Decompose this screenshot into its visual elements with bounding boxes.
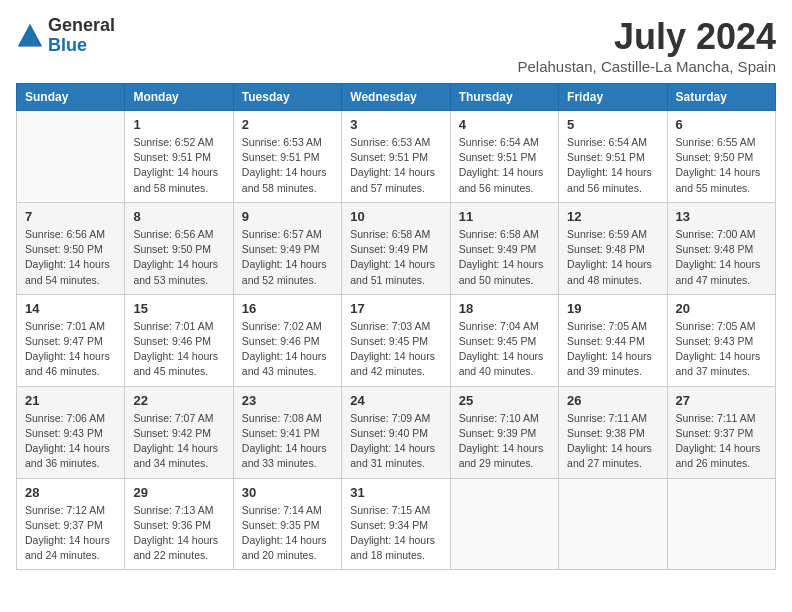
weekday-header-wednesday: Wednesday (342, 84, 450, 111)
day-number: 1 (133, 117, 224, 132)
calendar-cell: 15Sunrise: 7:01 AMSunset: 9:46 PMDayligh… (125, 294, 233, 386)
logo-text: General Blue (48, 16, 115, 56)
day-info: Sunrise: 7:02 AMSunset: 9:46 PMDaylight:… (242, 319, 333, 380)
day-number: 28 (25, 485, 116, 500)
calendar-cell: 7Sunrise: 6:56 AMSunset: 9:50 PMDaylight… (17, 202, 125, 294)
day-info: Sunrise: 7:10 AMSunset: 9:39 PMDaylight:… (459, 411, 550, 472)
calendar-cell: 16Sunrise: 7:02 AMSunset: 9:46 PMDayligh… (233, 294, 341, 386)
day-info: Sunrise: 7:01 AMSunset: 9:47 PMDaylight:… (25, 319, 116, 380)
day-info: Sunrise: 6:53 AMSunset: 9:51 PMDaylight:… (350, 135, 441, 196)
calendar-cell: 30Sunrise: 7:14 AMSunset: 9:35 PMDayligh… (233, 478, 341, 570)
day-number: 25 (459, 393, 550, 408)
calendar-cell: 13Sunrise: 7:00 AMSunset: 9:48 PMDayligh… (667, 202, 775, 294)
day-number: 16 (242, 301, 333, 316)
day-info: Sunrise: 6:54 AMSunset: 9:51 PMDaylight:… (567, 135, 658, 196)
calendar-cell: 1Sunrise: 6:52 AMSunset: 9:51 PMDaylight… (125, 111, 233, 203)
weekday-header-saturday: Saturday (667, 84, 775, 111)
day-number: 23 (242, 393, 333, 408)
day-number: 31 (350, 485, 441, 500)
calendar-cell: 2Sunrise: 6:53 AMSunset: 9:51 PMDaylight… (233, 111, 341, 203)
calendar-cell: 10Sunrise: 6:58 AMSunset: 9:49 PMDayligh… (342, 202, 450, 294)
day-info: Sunrise: 6:58 AMSunset: 9:49 PMDaylight:… (350, 227, 441, 288)
day-number: 14 (25, 301, 116, 316)
day-info: Sunrise: 6:55 AMSunset: 9:50 PMDaylight:… (676, 135, 767, 196)
day-info: Sunrise: 7:06 AMSunset: 9:43 PMDaylight:… (25, 411, 116, 472)
calendar-week-row: 14Sunrise: 7:01 AMSunset: 9:47 PMDayligh… (17, 294, 776, 386)
day-number: 11 (459, 209, 550, 224)
calendar-cell: 21Sunrise: 7:06 AMSunset: 9:43 PMDayligh… (17, 386, 125, 478)
day-number: 3 (350, 117, 441, 132)
calendar-body: 1Sunrise: 6:52 AMSunset: 9:51 PMDaylight… (17, 111, 776, 570)
day-info: Sunrise: 7:05 AMSunset: 9:43 PMDaylight:… (676, 319, 767, 380)
weekday-header-row: SundayMondayTuesdayWednesdayThursdayFrid… (17, 84, 776, 111)
calendar-cell: 25Sunrise: 7:10 AMSunset: 9:39 PMDayligh… (450, 386, 558, 478)
day-number: 15 (133, 301, 224, 316)
calendar-cell: 19Sunrise: 7:05 AMSunset: 9:44 PMDayligh… (559, 294, 667, 386)
day-number: 30 (242, 485, 333, 500)
day-info: Sunrise: 6:56 AMSunset: 9:50 PMDaylight:… (133, 227, 224, 288)
calendar-cell (450, 478, 558, 570)
calendar-cell: 29Sunrise: 7:13 AMSunset: 9:36 PMDayligh… (125, 478, 233, 570)
day-number: 18 (459, 301, 550, 316)
calendar-cell: 4Sunrise: 6:54 AMSunset: 9:51 PMDaylight… (450, 111, 558, 203)
day-info: Sunrise: 7:15 AMSunset: 9:34 PMDaylight:… (350, 503, 441, 564)
day-number: 26 (567, 393, 658, 408)
calendar-week-row: 7Sunrise: 6:56 AMSunset: 9:50 PMDaylight… (17, 202, 776, 294)
day-number: 2 (242, 117, 333, 132)
calendar-cell: 22Sunrise: 7:07 AMSunset: 9:42 PMDayligh… (125, 386, 233, 478)
page-header: General Blue July 2024 Pelahustan, Casti… (16, 16, 776, 75)
day-info: Sunrise: 7:01 AMSunset: 9:46 PMDaylight:… (133, 319, 224, 380)
weekday-header-tuesday: Tuesday (233, 84, 341, 111)
calendar-cell (17, 111, 125, 203)
day-info: Sunrise: 7:08 AMSunset: 9:41 PMDaylight:… (242, 411, 333, 472)
calendar-header: SundayMondayTuesdayWednesdayThursdayFrid… (17, 84, 776, 111)
day-number: 8 (133, 209, 224, 224)
weekday-header-monday: Monday (125, 84, 233, 111)
calendar-cell: 17Sunrise: 7:03 AMSunset: 9:45 PMDayligh… (342, 294, 450, 386)
day-number: 9 (242, 209, 333, 224)
day-info: Sunrise: 7:14 AMSunset: 9:35 PMDaylight:… (242, 503, 333, 564)
calendar-cell (559, 478, 667, 570)
logo-blue: Blue (48, 36, 115, 56)
day-info: Sunrise: 7:00 AMSunset: 9:48 PMDaylight:… (676, 227, 767, 288)
day-info: Sunrise: 6:52 AMSunset: 9:51 PMDaylight:… (133, 135, 224, 196)
calendar-title: July 2024 (518, 16, 777, 58)
title-block: July 2024 Pelahustan, Castille-La Mancha… (518, 16, 777, 75)
day-number: 29 (133, 485, 224, 500)
weekday-header-sunday: Sunday (17, 84, 125, 111)
calendar-cell: 24Sunrise: 7:09 AMSunset: 9:40 PMDayligh… (342, 386, 450, 478)
day-number: 21 (25, 393, 116, 408)
day-number: 13 (676, 209, 767, 224)
day-number: 5 (567, 117, 658, 132)
day-info: Sunrise: 7:07 AMSunset: 9:42 PMDaylight:… (133, 411, 224, 472)
day-info: Sunrise: 6:58 AMSunset: 9:49 PMDaylight:… (459, 227, 550, 288)
day-number: 20 (676, 301, 767, 316)
calendar-cell (667, 478, 775, 570)
calendar-week-row: 21Sunrise: 7:06 AMSunset: 9:43 PMDayligh… (17, 386, 776, 478)
weekday-header-thursday: Thursday (450, 84, 558, 111)
calendar-cell: 26Sunrise: 7:11 AMSunset: 9:38 PMDayligh… (559, 386, 667, 478)
day-number: 4 (459, 117, 550, 132)
calendar-cell: 5Sunrise: 6:54 AMSunset: 9:51 PMDaylight… (559, 111, 667, 203)
calendar-cell: 23Sunrise: 7:08 AMSunset: 9:41 PMDayligh… (233, 386, 341, 478)
calendar-cell: 18Sunrise: 7:04 AMSunset: 9:45 PMDayligh… (450, 294, 558, 386)
day-number: 27 (676, 393, 767, 408)
calendar-table: SundayMondayTuesdayWednesdayThursdayFrid… (16, 83, 776, 570)
day-info: Sunrise: 7:03 AMSunset: 9:45 PMDaylight:… (350, 319, 441, 380)
day-info: Sunrise: 7:09 AMSunset: 9:40 PMDaylight:… (350, 411, 441, 472)
weekday-header-friday: Friday (559, 84, 667, 111)
day-info: Sunrise: 6:59 AMSunset: 9:48 PMDaylight:… (567, 227, 658, 288)
calendar-cell: 12Sunrise: 6:59 AMSunset: 9:48 PMDayligh… (559, 202, 667, 294)
day-info: Sunrise: 7:11 AMSunset: 9:37 PMDaylight:… (676, 411, 767, 472)
calendar-cell: 9Sunrise: 6:57 AMSunset: 9:49 PMDaylight… (233, 202, 341, 294)
calendar-cell: 11Sunrise: 6:58 AMSunset: 9:49 PMDayligh… (450, 202, 558, 294)
day-info: Sunrise: 7:13 AMSunset: 9:36 PMDaylight:… (133, 503, 224, 564)
day-number: 17 (350, 301, 441, 316)
day-number: 7 (25, 209, 116, 224)
day-info: Sunrise: 7:12 AMSunset: 9:37 PMDaylight:… (25, 503, 116, 564)
day-number: 24 (350, 393, 441, 408)
day-number: 19 (567, 301, 658, 316)
logo-icon (16, 22, 44, 50)
calendar-cell: 6Sunrise: 6:55 AMSunset: 9:50 PMDaylight… (667, 111, 775, 203)
calendar-cell: 31Sunrise: 7:15 AMSunset: 9:34 PMDayligh… (342, 478, 450, 570)
